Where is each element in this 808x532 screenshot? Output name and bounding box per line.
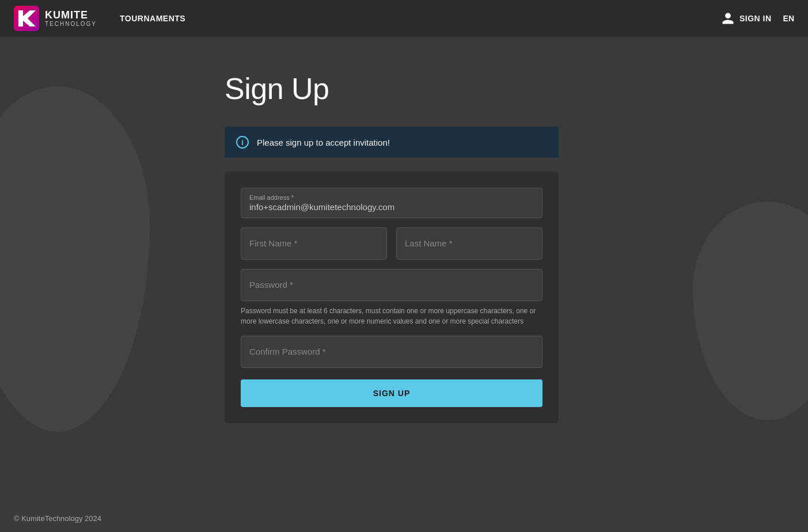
sign-in-label: SIGN IN: [739, 14, 772, 23]
first-name-field-wrapper: [241, 227, 387, 260]
name-row: [241, 227, 543, 260]
password-field-wrapper: [241, 269, 543, 301]
last-name-input[interactable]: [405, 238, 534, 248]
email-field-wrapper: Email address * info+scadmin@kumitetechn…: [241, 188, 543, 218]
info-banner: i Please sign up to accept invitation!: [225, 127, 559, 158]
email-value: info+scadmin@kumitetechnology.com: [249, 202, 534, 212]
confirm-password-field-wrapper: [241, 336, 543, 368]
first-name-input[interactable]: [249, 238, 378, 248]
info-banner-text: Please sign up to accept invitation!: [257, 138, 390, 147]
password-hint: Password must be at least 6 characters, …: [241, 301, 543, 326]
last-name-group: [396, 227, 543, 260]
navbar-left: KUMITE TECHNOLOGY TOURNAMENTS: [14, 6, 185, 31]
signup-button[interactable]: SIGN UP: [241, 379, 543, 407]
navbar: KUMITE TECHNOLOGY TOURNAMENTS SIGN IN EN: [0, 0, 808, 37]
tournaments-nav-link[interactable]: TOURNAMENTS: [120, 14, 185, 23]
logo-name-technology: TECHNOLOGY: [45, 21, 97, 27]
logo[interactable]: KUMITE TECHNOLOGY: [14, 6, 97, 31]
confirm-password-group: [241, 336, 543, 368]
password-group: Password must be at least 6 characters, …: [241, 269, 543, 326]
copyright-text: © KumiteTechnology 2024: [14, 514, 101, 523]
logo-text: KUMITE TECHNOLOGY: [45, 10, 97, 28]
logo-name-kumite: KUMITE: [45, 10, 97, 21]
footer: © KumiteTechnology 2024: [0, 505, 808, 532]
info-icon: i: [236, 136, 249, 149]
navbar-right: SIGN IN EN: [721, 12, 794, 25]
account-icon: [721, 12, 735, 25]
main-content: Sign Up i Please sign up to accept invit…: [0, 37, 808, 458]
confirm-password-input[interactable]: [249, 347, 534, 356]
email-group: Email address * info+scadmin@kumitetechn…: [241, 188, 543, 218]
password-input[interactable]: [249, 280, 534, 290]
language-selector[interactable]: EN: [783, 14, 794, 23]
logo-icon: [14, 6, 39, 31]
last-name-field-wrapper: [396, 227, 543, 260]
sign-in-button[interactable]: SIGN IN: [721, 12, 772, 25]
page-title: Sign Up: [225, 71, 329, 106]
signup-form-card: Email address * info+scadmin@kumitetechn…: [225, 172, 559, 423]
email-label: Email address *: [249, 194, 534, 201]
first-name-group: [241, 227, 387, 260]
